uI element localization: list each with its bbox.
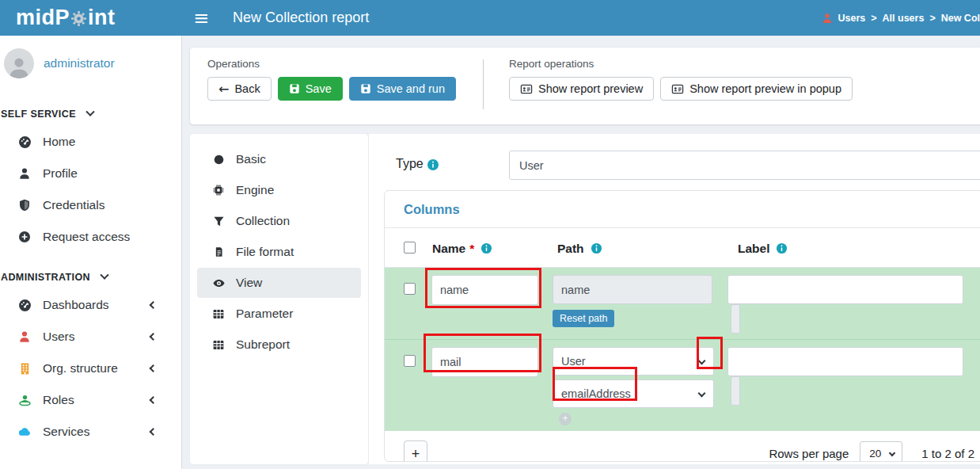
add-path-segment-icon[interactable]: + [559,413,572,425]
breadcrumb-item-users[interactable]: Users [838,13,866,24]
user-icon [822,13,833,24]
arrow-left-icon: ← [218,82,229,97]
save-and-run-button[interactable]: Save and run [349,77,456,101]
path-type-select[interactable]: User [553,347,714,376]
roles-icon [17,394,32,406]
dashboard-icon [17,135,32,149]
nav-section-administration[interactable]: ADMINISTRATION [0,253,181,289]
nav-section-label: SELF SERVICE [1,109,76,120]
view-tab-content: Type Columns Name* Path Label R [369,134,980,464]
midpoint-logo[interactable]: midPint [0,6,171,30]
user-panel: administrator [0,36,181,90]
label-input[interactable] [727,347,963,376]
tab-label: Engine [236,183,274,197]
back-button[interactable]: ←Back [207,77,272,101]
table-footer: + Rows per page 20 1 to 2 of 2 [385,431,980,462]
row-checkbox[interactable] [404,355,416,367]
tab-collection[interactable]: Collection [197,206,361,236]
path-readonly-input [553,275,712,304]
column-header-label: Label [738,242,788,256]
tab-label: Basic [236,152,266,166]
rows-per-page-label: Rows per page [769,447,849,460]
type-field-row: Type [369,151,980,180]
sidebar-item-label: Services [43,425,89,439]
tab-label: Subreport [236,337,290,352]
required-marker: * [469,242,474,256]
tab-engine[interactable]: Engine [197,175,361,205]
nav-section-self-service[interactable]: SELF SERVICE [0,90,181,126]
reset-path-button[interactable]: Reset path [553,310,614,327]
cloud-icon [17,425,32,438]
chevron-down-icon [889,450,895,456]
sidebar-item-users[interactable]: Users [0,321,181,353]
label-input[interactable] [727,275,963,304]
breadcrumb: Users > All users > New Col [822,13,980,24]
show-report-preview-button[interactable]: Show report preview [509,77,654,101]
back-button-label: Back [234,82,260,95]
eye-icon [211,277,226,289]
sidebar-item-label: Home [43,135,75,149]
avatar[interactable] [4,48,34,78]
sidebar: administrator SELF SERVICE Home Profile … [0,36,182,469]
sidebar-item-profile[interactable]: Profile [0,158,181,189]
operations-label: Operations [207,58,456,70]
columns-card-header: Columns [385,191,980,228]
report-operations-group: Report operations Show report preview Sh… [509,58,853,114]
sidebar-item-label: Users [43,330,74,344]
columns-card: Columns Name* Path Label Reset path [384,190,980,462]
column-header-name: Name* [432,242,492,256]
info-icon[interactable] [427,158,439,171]
tab-label: File format [236,245,294,259]
sidebar-item-label: Dashboards [43,298,109,312]
nav-section-label: ADMINISTRATION [1,272,90,283]
report-operations-label: Report operations [509,58,853,70]
name-input[interactable] [431,275,538,305]
save-button-label: Save [306,82,332,95]
chevron-left-icon [150,396,158,404]
type-input[interactable] [509,151,980,180]
show-report-preview-popup-button[interactable]: Show report preview in popup [660,77,853,101]
add-column-button[interactable]: + [404,440,427,462]
tab-basic[interactable]: Basic [197,144,361,174]
tab-subreport[interactable]: Subreport [197,330,361,360]
path-item-value: emailAddress [561,387,631,400]
sidebar-item-label: Request access [43,230,130,244]
show-report-preview-label: Show report preview [538,82,643,95]
info-icon[interactable] [591,242,602,254]
row-checkbox[interactable] [404,283,416,295]
sidebar-item-request-access[interactable]: Request access [0,221,181,253]
name-input[interactable] [431,347,538,377]
preview-card-icon [520,83,533,95]
sidebar-item-credentials[interactable]: Credentials [0,189,181,221]
tab-label: Collection [236,214,290,228]
chevron-down-icon [100,271,108,280]
sidebar-item-home[interactable]: Home [0,126,181,158]
breadcrumb-item-all-users[interactable]: All users [883,13,925,24]
tab-view[interactable]: View [197,268,361,298]
sidebar-item-services[interactable]: Services [0,416,181,448]
info-icon[interactable] [481,242,492,254]
tab-parameter[interactable]: Parameter [197,299,361,329]
dashboard-icon [17,299,32,312]
path-item-select[interactable]: emailAddress [553,379,714,408]
sidebar-item-org-structure[interactable]: Org. structure [0,353,181,384]
chevron-down-icon [85,108,94,116]
columns-title: Columns [404,202,460,216]
tab-file-format[interactable]: File format [197,237,361,267]
sidebar-item-dashboards[interactable]: Dashboards [0,289,181,321]
select-all-checkbox[interactable] [404,242,416,254]
tab-label: Parameter [236,307,293,321]
logo-text-post: int [88,6,116,30]
rows-per-page-select[interactable]: 20 [860,441,902,462]
save-and-run-button-label: Save and run [377,82,445,95]
preview-card-icon [671,83,684,95]
info-icon[interactable] [776,242,788,254]
table-row: Reset path [385,267,980,339]
username-link[interactable]: administrator [44,56,115,71]
toolbar-divider [483,59,484,109]
rows-per-page-value: 20 [869,448,881,459]
save-button[interactable]: Save [278,77,343,101]
hamburger-icon[interactable]: ≡ [193,9,209,28]
chevron-down-icon [698,390,706,398]
sidebar-item-roles[interactable]: Roles [0,384,181,416]
